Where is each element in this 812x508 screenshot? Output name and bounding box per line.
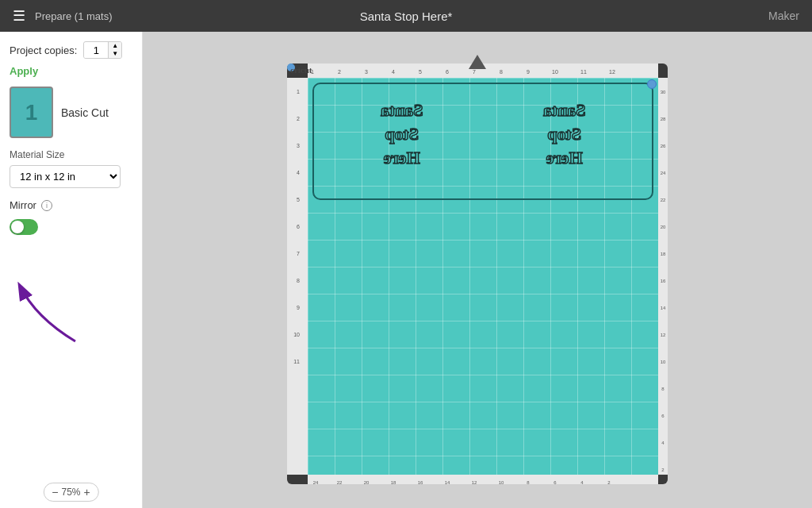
svg-text:Santa: Santa (381, 100, 423, 120)
maker-label: Maker (768, 10, 799, 22)
svg-text:28: 28 (661, 117, 666, 121)
svg-text:20: 20 (364, 480, 370, 484)
svg-text:22: 22 (337, 480, 343, 484)
design-right: Santa Stop Here (490, 88, 638, 191)
svg-text:26: 26 (661, 144, 666, 148)
copies-down-arrow[interactable]: ▼ (109, 50, 121, 58)
material-size-select[interactable]: 12 in x 12 in 12 in x 24 in Custom (10, 165, 121, 188)
svg-text:4: 4 (297, 170, 300, 175)
mat-number: 1 (25, 100, 38, 125)
ruler-left: 1 2 3 4 5 6 7 8 9 10 11 (287, 78, 308, 475)
svg-text:16: 16 (418, 480, 423, 484)
mat-frame: 1 2 3 4 5 6 7 8 9 10 11 12 (287, 64, 668, 484)
mirror-info-icon[interactable]: i (41, 200, 52, 211)
svg-text:7: 7 (297, 251, 300, 256)
mat-body: 1 2 3 4 5 6 7 8 9 10 11 12 (287, 56, 668, 484)
svg-text:18: 18 (391, 480, 396, 484)
material-size-label: Material Size (10, 149, 132, 160)
cutting-mat: 1 2 3 4 5 6 7 8 9 10 11 12 (287, 56, 668, 484)
svg-text:20: 20 (661, 225, 666, 229)
project-copies-label: Project copies: (10, 44, 77, 56)
ruler-left-svg: 1 2 3 4 5 6 7 8 9 10 11 (287, 78, 308, 475)
svg-text:Stop: Stop (385, 124, 419, 144)
menu-icon[interactable]: ☰ (13, 7, 25, 25)
center-title: Santa Stop Here* (360, 10, 453, 23)
svg-text:12: 12 (609, 69, 615, 75)
svg-text:6: 6 (553, 480, 557, 484)
cricut-logo: cricut (290, 65, 312, 75)
svg-text:4: 4 (580, 480, 584, 484)
design-bounding-box: Santa Stop Here Santa Stop Her (312, 83, 653, 200)
copies-input-wrap: ▲ ▼ (83, 41, 122, 59)
svg-text:2: 2 (297, 116, 300, 121)
toggle-knob (11, 221, 24, 233)
svg-text:6: 6 (297, 224, 300, 229)
svg-text:10: 10 (552, 69, 558, 75)
ruler-right-svg: 30 28 26 24 22 20 18 16 14 12 10 8 (658, 78, 668, 475)
zoom-level: 75% (61, 487, 80, 498)
svg-text:Stop: Stop (547, 124, 581, 144)
copies-arrows: ▲ ▼ (108, 42, 121, 58)
svg-text:12: 12 (661, 333, 666, 337)
apply-button[interactable]: Apply (10, 65, 38, 77)
svg-text:11: 11 (580, 69, 587, 75)
mirror-toggle[interactable] (10, 219, 38, 235)
svg-text:2: 2 (338, 69, 341, 75)
mirror-row: Mirror i (10, 199, 132, 211)
svg-text:3: 3 (365, 69, 368, 75)
canvas-area: 1 2 3 4 5 6 7 8 9 10 11 12 (143, 32, 812, 508)
svg-text:16: 16 (661, 279, 666, 283)
main-layout: Project copies: ▲ ▼ Apply 1 Basic Cut Ma… (0, 32, 812, 508)
svg-text:Here: Here (384, 148, 420, 167)
resize-handle[interactable] (647, 79, 657, 89)
svg-text:Here: Here (546, 148, 582, 167)
svg-text:14: 14 (445, 480, 450, 484)
left-panel: Project copies: ▲ ▼ Apply 1 Basic Cut Ma… (0, 32, 143, 508)
zoom-out-button[interactable]: − (52, 486, 58, 498)
svg-text:2: 2 (607, 480, 611, 484)
design-left: Santa Stop Here (327, 88, 476, 191)
arrow-annotation (4, 270, 99, 349)
svg-text:2: 2 (661, 468, 665, 472)
svg-text:30: 30 (661, 90, 666, 94)
svg-text:Santa: Santa (542, 100, 585, 120)
copies-input[interactable] (84, 43, 108, 58)
svg-text:10: 10 (499, 480, 504, 484)
ruler-right: 30 28 26 24 22 20 18 16 14 12 10 8 (658, 78, 668, 475)
svg-text:6: 6 (446, 69, 449, 75)
mat-thumbnail: 1 (10, 87, 53, 138)
svg-text:8: 8 (527, 480, 530, 484)
svg-text:8: 8 (500, 69, 503, 75)
svg-text:11: 11 (293, 359, 300, 364)
zoom-in-button[interactable]: + (84, 486, 90, 498)
svg-text:10: 10 (293, 332, 300, 337)
svg-text:7: 7 (473, 69, 476, 75)
svg-text:14: 14 (661, 306, 666, 310)
svg-text:5: 5 (419, 69, 422, 75)
mat-card: 1 Basic Cut (10, 87, 132, 138)
svg-text:9: 9 (297, 305, 300, 310)
svg-text:3: 3 (297, 143, 300, 148)
svg-text:12: 12 (472, 480, 477, 484)
svg-text:24: 24 (313, 480, 319, 484)
svg-text:8: 8 (661, 387, 665, 391)
svg-text:9: 9 (527, 69, 530, 75)
svg-text:24: 24 (661, 171, 666, 175)
svg-text:1: 1 (297, 89, 300, 94)
mat-label: Basic Cut (61, 106, 109, 119)
svg-text:5: 5 (297, 197, 300, 202)
zoom-controls: − 75% + (43, 483, 98, 502)
mat-notch-top (469, 55, 486, 69)
svg-text:6: 6 (661, 414, 665, 418)
header: ☰ Prepare (1 mats) Santa Stop Here* Make… (0, 0, 812, 32)
svg-text:18: 18 (661, 252, 666, 256)
ruler-bottom: 2 4 6 8 10 12 14 16 18 20 22 24 (308, 475, 658, 484)
svg-text:22: 22 (661, 198, 666, 202)
svg-text:8: 8 (297, 278, 300, 283)
mirror-label: Mirror (10, 199, 36, 211)
copies-up-arrow[interactable]: ▲ (109, 42, 121, 50)
mat-surface: Santa Stop Here Santa Stop Her (308, 78, 658, 475)
window-title: Prepare (1 mats) (35, 10, 113, 22)
ruler-bottom-svg: 2 4 6 8 10 12 14 16 18 20 22 24 (308, 476, 658, 484)
svg-text:4: 4 (392, 69, 395, 75)
